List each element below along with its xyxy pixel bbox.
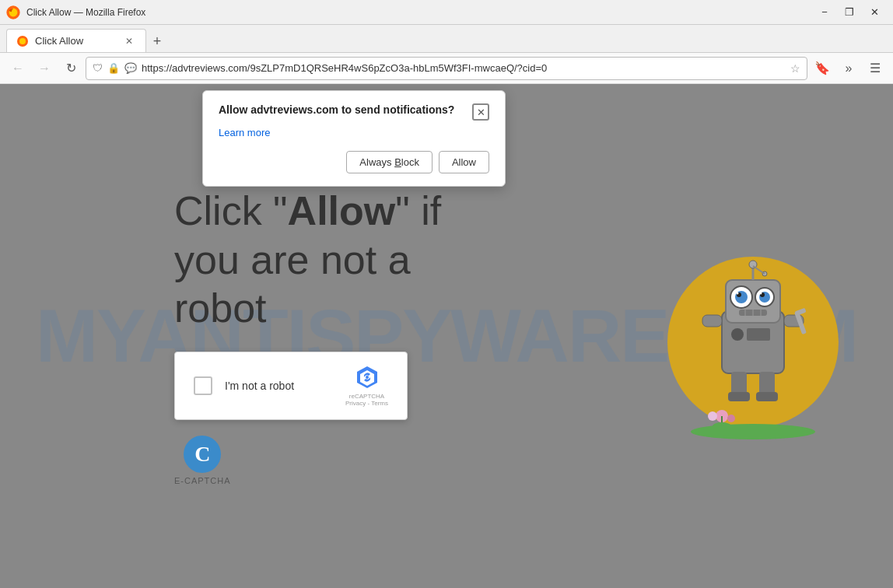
notification-header: Allow advtreviews.com to send notificati… bbox=[219, 103, 489, 121]
pocket-button[interactable]: 🔖 bbox=[811, 57, 834, 80]
svg-point-39 bbox=[691, 424, 815, 439]
back-icon: ← bbox=[12, 61, 24, 75]
click-allow-line2: you are not a bbox=[174, 237, 411, 282]
svg-rect-26 bbox=[702, 315, 722, 327]
recaptcha-label: I'm not a robot bbox=[225, 380, 294, 392]
recaptcha-checkbox[interactable] bbox=[194, 376, 212, 395]
svg-point-35 bbox=[708, 411, 717, 421]
robot-svg bbox=[660, 226, 846, 443]
new-tab-button[interactable]: + bbox=[146, 30, 168, 52]
recaptcha-links: Privacy - Terms bbox=[345, 400, 388, 407]
underline-b: B bbox=[394, 156, 401, 168]
svg-point-36 bbox=[727, 415, 735, 422]
svg-point-14 bbox=[737, 292, 739, 295]
shield-icon: 🛡 bbox=[93, 62, 103, 74]
recaptcha-brand: reCAPTCHA bbox=[345, 393, 388, 400]
notification-close-button[interactable]: ✕ bbox=[472, 103, 489, 121]
firefox-logo bbox=[6, 5, 20, 19]
bookmark-star-icon[interactable]: ☆ bbox=[790, 62, 800, 75]
menu-button[interactable]: ☰ bbox=[863, 57, 887, 80]
robot-illustration bbox=[660, 226, 846, 446]
allow-bold-text: Allow bbox=[288, 188, 396, 233]
svg-point-4 bbox=[366, 376, 369, 379]
url-text: https://advtreviews.com/9sZLP7mD1QRSeHR4… bbox=[142, 62, 786, 74]
restore-button[interactable]: ❐ bbox=[837, 0, 862, 25]
svg-rect-32 bbox=[728, 392, 750, 401]
recaptcha-box[interactable]: I'm not a robot reCAPTCHA Privacy - Term… bbox=[174, 352, 408, 420]
svg-point-24 bbox=[731, 328, 744, 341]
always-block-label: Always Block bbox=[359, 156, 419, 168]
titlebar-controls: − ❐ ✕ bbox=[812, 0, 887, 25]
click-allow-part1: Click " bbox=[174, 188, 288, 233]
notification-title: Allow advtreviews.com to send notificati… bbox=[219, 103, 472, 116]
always-block-button[interactable]: Always Block bbox=[346, 151, 432, 173]
navbar: ← → ↻ 🛡 🔒 💬 https://advtreviews.com/9sZL… bbox=[0, 53, 893, 84]
svg-rect-31 bbox=[759, 372, 775, 395]
urlbar[interactable]: 🛡 🔒 💬 https://advtreviews.com/9sZLP7mD1Q… bbox=[86, 57, 807, 80]
click-allow-part2: " if bbox=[395, 188, 441, 233]
recaptcha-terms-link[interactable]: Terms bbox=[371, 400, 388, 407]
recaptcha-logo: reCAPTCHA Privacy - Terms bbox=[345, 365, 388, 407]
svg-point-15 bbox=[760, 292, 762, 295]
svg-rect-33 bbox=[756, 392, 778, 401]
recaptcha-icon bbox=[355, 365, 380, 390]
allow-button[interactable]: Allow bbox=[439, 151, 489, 173]
learn-more-link[interactable]: Learn more bbox=[219, 127, 489, 138]
titlebar-left: Click Allow — Mozilla Firefox bbox=[6, 5, 145, 19]
svg-rect-25 bbox=[747, 328, 770, 341]
titlebar: Click Allow — Mozilla Firefox − ❐ ✕ bbox=[0, 0, 893, 25]
close-button[interactable]: ✕ bbox=[862, 0, 887, 25]
tab-favicon bbox=[16, 35, 29, 47]
window-title: Click Allow — Mozilla Firefox bbox=[26, 7, 145, 18]
ecaptcha-logo: C E-CAPTCHA bbox=[174, 436, 231, 485]
ecaptcha-icon: C bbox=[184, 436, 221, 473]
notification-popup: Allow advtreviews.com to send notificati… bbox=[202, 90, 506, 187]
back-button[interactable]: ← bbox=[6, 57, 30, 80]
tab-title: Click Allow bbox=[35, 35, 83, 47]
click-allow-heading: Click "Allow" if you are not a robot bbox=[174, 187, 441, 332]
recaptcha-privacy-link[interactable]: Privacy bbox=[345, 400, 366, 407]
tab-close-button[interactable]: ✕ bbox=[122, 34, 136, 48]
page-inner: Click "Allow" if you are not a robot I'm… bbox=[174, 187, 719, 485]
svg-rect-30 bbox=[731, 372, 747, 395]
allow-label: Allow bbox=[452, 156, 476, 168]
chat-icon: 💬 bbox=[124, 62, 137, 74]
notification-buttons: Always Block Allow bbox=[219, 151, 489, 173]
svg-point-3 bbox=[19, 38, 26, 44]
lock-icon: 🔒 bbox=[107, 62, 120, 74]
reload-button[interactable]: ↻ bbox=[59, 57, 82, 80]
browser-content: MYANTISPYWARE.COM Click "Allow" if you a… bbox=[0, 84, 893, 588]
minimize-button[interactable]: − bbox=[812, 0, 837, 25]
pocket-icon: 🔖 bbox=[814, 61, 830, 75]
click-allow-line3: robot bbox=[174, 285, 267, 331]
ecaptcha-label: E-CAPTCHA bbox=[174, 476, 231, 485]
tabbar: Click Allow ✕ + bbox=[0, 25, 893, 53]
hamburger-icon: ☰ bbox=[870, 61, 881, 75]
forward-icon: → bbox=[38, 61, 51, 75]
forward-button[interactable]: → bbox=[33, 57, 56, 80]
reload-icon: ↻ bbox=[66, 61, 76, 75]
active-tab[interactable]: Click Allow ✕ bbox=[6, 29, 146, 52]
extensions-button[interactable]: » bbox=[837, 57, 860, 80]
extensions-icon: » bbox=[846, 61, 853, 75]
